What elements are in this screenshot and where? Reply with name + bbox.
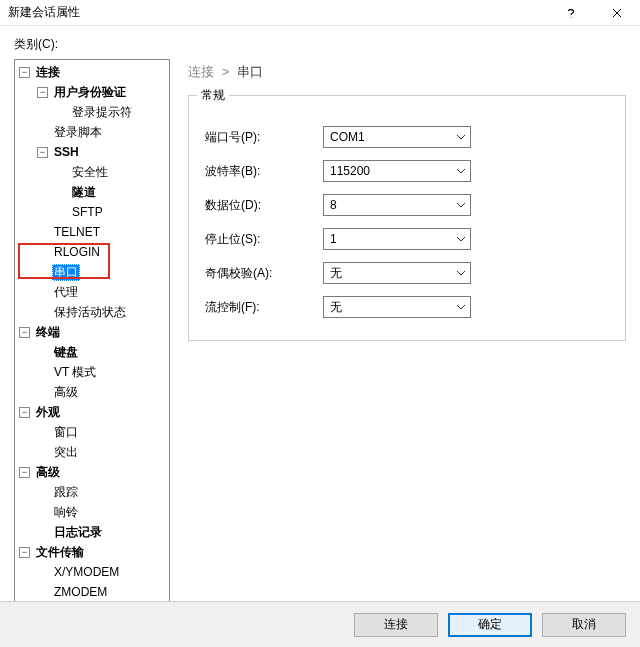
combo-baud[interactable]: 115200 [323, 160, 471, 182]
combo-databits[interactable]: 8 [323, 194, 471, 216]
tree-item-ssh[interactable]: − SSH [37, 142, 169, 162]
row-port: 端口号(P): COM1 [205, 120, 609, 154]
tree-item-tunnel[interactable]: 隧道 [55, 182, 169, 202]
label-stopbits: 停止位(S): [205, 231, 323, 248]
tree-item-trace[interactable]: 跟踪 [37, 482, 169, 502]
tree-item-login-prompt[interactable]: 登录提示符 [55, 102, 169, 122]
window-title: 新建会话属性 [8, 4, 548, 21]
tree-item-connection[interactable]: − 连接 [19, 62, 169, 82]
breadcrumb-sep: > [222, 64, 230, 79]
combo-databits-value: 8 [324, 198, 452, 212]
combo-stopbits-value: 1 [324, 232, 452, 246]
tree-item-advanced[interactable]: − 高级 [19, 462, 169, 482]
label-parity: 奇偶校验(A): [205, 265, 323, 282]
combo-parity[interactable]: 无 [323, 262, 471, 284]
dialog-footer: 连接 确定 取消 [0, 601, 640, 647]
tree-item-proxy[interactable]: 代理 [37, 282, 169, 302]
label-flowctrl: 流控制(F): [205, 299, 323, 316]
category-tree[interactable]: − 连接 − 用户身份验证 登录提示符 [14, 59, 170, 619]
tree-item-rlogin[interactable]: RLOGIN [37, 242, 169, 262]
titlebar: 新建会话属性 [0, 0, 640, 26]
collapse-icon[interactable]: − [19, 547, 30, 558]
tree-item-window[interactable]: 窗口 [37, 422, 169, 442]
tree-item-auth[interactable]: − 用户身份验证 [37, 82, 169, 102]
breadcrumb-parent: 连接 [188, 64, 214, 79]
combo-parity-value: 无 [324, 265, 452, 282]
combo-stopbits[interactable]: 1 [323, 228, 471, 250]
collapse-icon[interactable]: − [37, 87, 48, 98]
collapse-icon[interactable]: − [19, 67, 30, 78]
settings-panel: 连接 > 串口 常规 端口号(P): COM1 波特率(B): 115200 [170, 59, 626, 619]
tree-root: − 连接 − 用户身份验证 登录提示符 [15, 62, 169, 602]
row-baud: 波特率(B): 115200 [205, 154, 609, 188]
row-stopbits: 停止位(S): 1 [205, 222, 609, 256]
tree-item-advanced-terminal[interactable]: 高级 [37, 382, 169, 402]
label-baud: 波特率(B): [205, 163, 323, 180]
tree-item-bell[interactable]: 响铃 [37, 502, 169, 522]
collapse-icon[interactable]: − [19, 327, 30, 338]
window-controls [548, 0, 640, 25]
close-button[interactable] [594, 0, 640, 25]
tree-item-terminal[interactable]: − 终端 [19, 322, 169, 342]
tree-item-telnet[interactable]: TELNET [37, 222, 169, 242]
combo-port[interactable]: COM1 [323, 126, 471, 148]
tree-item-serial[interactable]: 串口 [37, 262, 169, 282]
combo-flowctrl-value: 无 [324, 299, 452, 316]
breadcrumb-current: 串口 [237, 64, 263, 79]
tree-item-xymodem[interactable]: X/YMODEM [37, 562, 169, 582]
groupbox-legend: 常规 [197, 87, 229, 104]
ok-button[interactable]: 确定 [448, 613, 532, 637]
tree-item-security[interactable]: 安全性 [55, 162, 169, 182]
chevron-down-icon [452, 263, 470, 283]
tree-item-keyboard[interactable]: 键盘 [37, 342, 169, 362]
row-databits: 数据位(D): 8 [205, 188, 609, 222]
tree-item-filetransfer[interactable]: − 文件传输 [19, 542, 169, 562]
connect-button[interactable]: 连接 [354, 613, 438, 637]
breadcrumb: 连接 > 串口 [188, 61, 626, 95]
collapse-icon[interactable]: − [37, 147, 48, 158]
tree-item-login-script[interactable]: 登录脚本 [37, 122, 169, 142]
tree-item-sftp[interactable]: SFTP [55, 202, 169, 222]
row-parity: 奇偶校验(A): 无 [205, 256, 609, 290]
combo-flowctrl[interactable]: 无 [323, 296, 471, 318]
chevron-down-icon [452, 127, 470, 147]
tree-item-highlighting[interactable]: 突出 [37, 442, 169, 462]
cancel-button[interactable]: 取消 [542, 613, 626, 637]
tree-item-keepalive[interactable]: 保持活动状态 [37, 302, 169, 322]
chevron-down-icon [452, 297, 470, 317]
tree-item-logging[interactable]: 日志记录 [37, 522, 169, 542]
row-flowctrl: 流控制(F): 无 [205, 290, 609, 324]
combo-port-value: COM1 [324, 130, 452, 144]
combo-baud-value: 115200 [324, 164, 452, 178]
label-databits: 数据位(D): [205, 197, 323, 214]
collapse-icon[interactable]: − [19, 407, 30, 418]
tree-item-vtmode[interactable]: VT 模式 [37, 362, 169, 382]
tree-item-appearance[interactable]: − 外观 [19, 402, 169, 422]
help-button[interactable] [548, 0, 594, 25]
tree-item-zmodem[interactable]: ZMODEM [37, 582, 169, 602]
chevron-down-icon [452, 195, 470, 215]
general-groupbox: 常规 端口号(P): COM1 波特率(B): 115200 数据位(D): 8 [188, 95, 626, 341]
category-label: 类别(C): [0, 26, 640, 59]
content-area: − 连接 − 用户身份验证 登录提示符 [0, 59, 640, 619]
label-port: 端口号(P): [205, 129, 323, 146]
chevron-down-icon [452, 161, 470, 181]
chevron-down-icon [452, 229, 470, 249]
collapse-icon[interactable]: − [19, 467, 30, 478]
